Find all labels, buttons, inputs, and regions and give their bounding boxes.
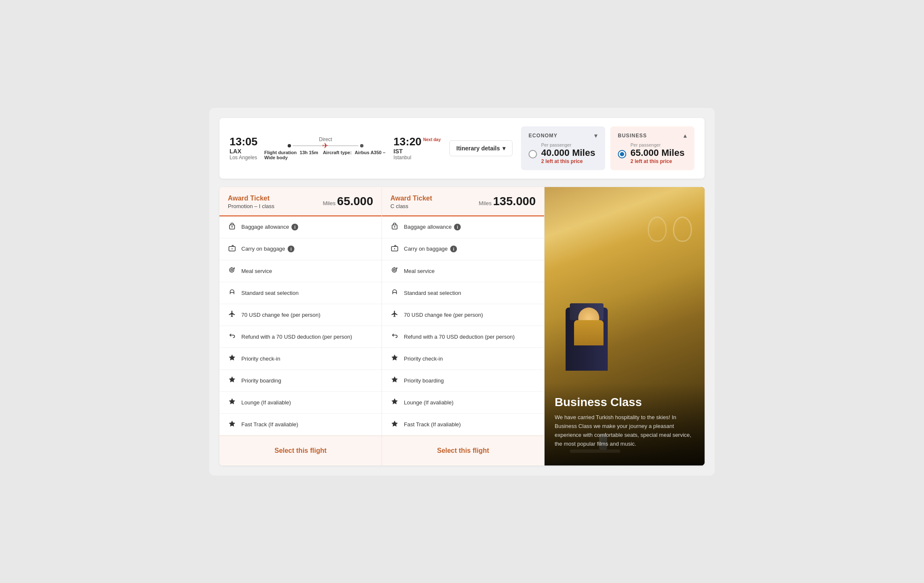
duration-value: 13h 15m	[300, 150, 318, 155]
economy-card-feature-8: Lounge (If avaliable)	[219, 392, 382, 414]
itinerary-button[interactable]: Itinerary details ▾	[449, 140, 513, 156]
business-label: BUSINESS	[618, 133, 647, 139]
business-card-feature-5-text: Refund with a 70 USD deduction (per pers…	[404, 334, 536, 340]
itinerary-chevron-icon: ▾	[502, 145, 505, 152]
svg-marker-22	[392, 355, 398, 361]
business-card-feature-1-text: Carry on baggagei	[404, 246, 536, 253]
business-header: BUSINESS ▴	[618, 132, 687, 139]
business-card-feature-5-icon	[390, 332, 399, 341]
svg-marker-12	[229, 420, 235, 426]
economy-card-feature-1: Carry on baggagei	[219, 238, 382, 260]
economy-card-feature-2-text: Meal service	[241, 268, 373, 274]
business-card-header-left: Award Ticket C class	[390, 195, 432, 209]
business-card-feature-0-info-icon[interactable]: i	[454, 224, 461, 230]
economy-availability: 2 left at this price	[541, 158, 598, 164]
business-card-feature-1-info-icon[interactable]: i	[450, 246, 457, 252]
economy-card-feature-7: Priority boarding	[219, 370, 382, 392]
itinerary-btn-label: Itinerary details	[457, 145, 500, 152]
business-card-feature-7-icon	[390, 376, 399, 385]
economy-card-features-list: Baggage allowancei Carry on baggagei Mea…	[219, 217, 382, 436]
economy-card-miles-value: 65.000	[337, 195, 373, 208]
business-card-feature-1: Carry on baggagei	[382, 238, 544, 260]
business-card-feature-4: 70 USD change fee (per person)	[382, 304, 544, 326]
comparison-grid: Award Ticket Promotion – I class Miles 6…	[219, 187, 705, 465]
economy-label: ECONOMY	[529, 133, 558, 139]
svg-marker-11	[229, 398, 235, 404]
economy-card-feature-3-text: Standard seat selection	[241, 290, 373, 296]
business-card: Award Ticket C class Miles 135.000 Bagga…	[382, 187, 545, 465]
business-inner: Per passenger 65.000 Miles 2 left at thi…	[618, 142, 687, 164]
economy-card-feature-5: Refund with a 70 USD deduction (per pers…	[219, 326, 382, 348]
fare-panel-economy[interactable]: ECONOMY ▾ Per passenger 40.000 Miles 2 l…	[521, 126, 605, 170]
business-card-feature-2: Meal service	[382, 260, 544, 282]
departure-time: 13:05	[230, 136, 258, 148]
economy-card-feature-2-icon	[228, 266, 236, 275]
flight-header-card: 13:05 LAX Los Angeles Direct ✈ Flight du…	[219, 118, 705, 179]
departure-code: LAX	[230, 148, 258, 155]
arrival-city: Istanbul	[393, 155, 441, 160]
departure-city: Los Angeles	[230, 155, 258, 160]
economy-card-feature-5-text: Refund with a 70 USD deduction (per pers…	[241, 334, 373, 340]
svg-point-6	[231, 269, 233, 271]
business-card-feature-8-text: Lounge (If avaliable)	[404, 399, 536, 406]
departure-block: 13:05 LAX Los Angeles	[230, 136, 258, 160]
business-card-feature-6: Priority check-in	[382, 348, 544, 370]
arrival-time: 13:20	[393, 136, 422, 148]
svg-point-5	[230, 268, 234, 273]
business-card-feature-0-text: Baggage allowancei	[404, 224, 536, 231]
business-card-class-label: C class	[390, 203, 432, 209]
economy-card-feature-4: 70 USD change fee (per person)	[219, 304, 382, 326]
economy-card-feature-8-text: Lounge (If avaliable)	[241, 399, 373, 406]
fare-panel-business[interactable]: BUSINESS ▴ Per passenger 65.000 Miles 2 …	[610, 126, 694, 170]
flight-middle: Direct ✈ Flight duration 13h 15m Aircraf…	[264, 136, 387, 160]
business-card-feature-3-icon	[390, 288, 399, 297]
economy-card-feature-0-info-icon[interactable]: i	[291, 224, 298, 230]
business-card-feature-5: Refund with a 70 USD deduction (per pers…	[382, 326, 544, 348]
economy-per-passenger: Per passenger	[541, 142, 598, 147]
economy-card-feature-3-icon	[228, 288, 236, 297]
business-card-award-label: Award Ticket	[390, 195, 432, 202]
business-card-feature-7: Priority boarding	[382, 370, 544, 392]
economy-radio[interactable]	[529, 150, 537, 158]
business-card-header: Award Ticket C class Miles 135.000	[382, 187, 544, 217]
economy-card-feature-6: Priority check-in	[219, 348, 382, 370]
economy-card-feature-2: Meal service	[219, 260, 382, 282]
economy-header: ECONOMY ▾	[529, 132, 598, 139]
economy-card-feature-1-icon	[228, 244, 236, 254]
business-availability: 2 left at this price	[630, 158, 687, 164]
economy-card-feature-4-icon	[228, 310, 236, 319]
economy-card-select-button[interactable]: Select this flight	[228, 443, 373, 459]
svg-marker-24	[392, 398, 398, 404]
business-chevron-icon[interactable]: ▴	[684, 132, 687, 139]
arrival-dot	[360, 144, 363, 147]
business-card-miles-prefix: Miles	[479, 200, 493, 206]
business-radio[interactable]	[618, 150, 626, 158]
economy-card-feature-5-icon	[228, 332, 236, 341]
economy-card-feature-9-text: Fast Track (If avaliable)	[241, 421, 373, 428]
economy-card-award-label: Award Ticket	[228, 195, 275, 202]
aircraft-label: Aircraft type:	[323, 150, 352, 155]
business-card-select-btn-row: Select this flight	[382, 436, 544, 465]
business-card-feature-9-text: Fast Track (If avaliable)	[404, 421, 536, 428]
economy-card-feature-0: Baggage allowancei	[219, 217, 382, 238]
business-per-passenger: Per passenger	[630, 142, 687, 147]
economy-card-feature-1-info-icon[interactable]: i	[288, 246, 294, 252]
economy-card-class-label: Promotion – I class	[228, 203, 275, 209]
economy-chevron-icon[interactable]: ▾	[594, 132, 598, 139]
departure-dot	[288, 144, 291, 147]
duration-label: Flight duration	[264, 150, 297, 155]
business-card-feature-1-icon	[390, 244, 399, 254]
economy-card-feature-6-icon	[228, 354, 236, 363]
arrival-code: IST	[393, 148, 441, 155]
svg-marker-23	[392, 377, 398, 382]
business-card-select-button[interactable]: Select this flight	[390, 443, 536, 459]
economy-card-header: Award Ticket Promotion – I class Miles 6…	[219, 187, 382, 217]
economy-card-feature-3: Standard seat selection	[219, 282, 382, 304]
economy-miles: 40.000 Miles	[541, 147, 598, 158]
business-card-feature-9: Fast Track (If avaliable)	[382, 414, 544, 436]
economy-card-feature-0-icon	[228, 222, 236, 232]
business-card-feature-9-icon	[390, 420, 399, 429]
economy-card-feature-9-icon	[228, 420, 236, 429]
svg-point-19	[393, 269, 395, 271]
business-info: Per passenger 65.000 Miles 2 left at thi…	[630, 142, 687, 164]
